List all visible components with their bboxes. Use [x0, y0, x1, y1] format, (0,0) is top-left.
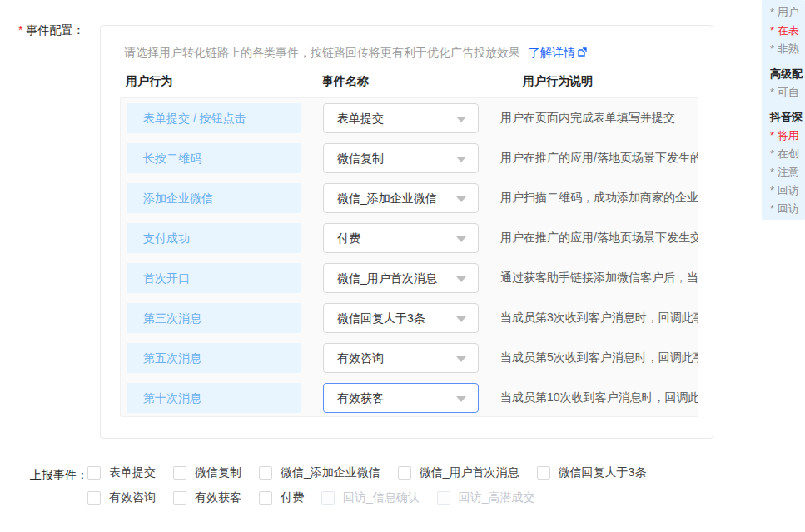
event-table: 表单提交 / 按钮点击 表单提交 用户在页面内完成表单填写并提交 长按二维码 微… — [120, 97, 698, 417]
checkbox-item-wechat-add-wecom[interactable]: 微信_添加企业微信 — [259, 465, 380, 480]
event-select-row3[interactable]: 微信_添加企业微信 — [323, 183, 479, 213]
checkbox-item-wechat-copy[interactable]: 微信复制 — [173, 465, 241, 480]
required-asterisk: * — [18, 23, 22, 37]
checkbox-item-wechat-reply-gt3[interactable]: 微信回复大于3条 — [537, 465, 647, 480]
table-header-row: 用户行为 事件名称 用户行为说明 — [126, 74, 692, 89]
checkbox-item-revisit-high-potential: 回访_高潜成交 — [437, 490, 535, 505]
checkbox-icon[interactable] — [537, 466, 550, 480]
checkbox-icon[interactable] — [259, 466, 272, 480]
event-select-row5[interactable]: 微信_用户首次消息 — [323, 263, 479, 293]
intro-line: 请选择用户转化链路上的各类事件，按链路回传将更有利于优化广告投放效果 了解详情 — [124, 46, 588, 61]
behavior-desc: 用户在页面内完成表单填写并提交 — [500, 111, 698, 126]
chevron-down-icon — [456, 356, 466, 362]
behavior-link-tenth-message[interactable]: 第十次消息 — [127, 383, 301, 413]
chevron-down-icon — [456, 316, 466, 322]
checkbox-icon[interactable] — [173, 466, 186, 480]
table-row: 添加企业微信 微信_添加企业微信 用户扫描二维码，成功添加商家的企业微信 — [127, 183, 698, 213]
checkbox-icon[interactable] — [87, 491, 101, 505]
checkbox-item-wechat-first-message[interactable]: 微信_用户首次消息 — [398, 465, 519, 480]
chevron-down-icon — [456, 117, 466, 122]
intro-text: 请选择用户转化链路上的各类事件，按链路回传将更有利于优化广告投放效果 — [124, 46, 520, 59]
header-event-name: 事件名称 — [322, 74, 478, 89]
external-link-icon — [577, 47, 588, 60]
table-row: 支付成功 付费 用户在推广的应用/落地页场景下发生交... — [127, 223, 698, 253]
report-events-label: 上报事件： — [30, 468, 88, 483]
tip-line: * 用户 — [770, 3, 805, 22]
report-events-checkbox-group: 表单提交 微信复制 微信_添加企业微信 微信_用户首次消息 微信回复大于3条 有… — [87, 464, 646, 514]
behavior-link-form-submit[interactable]: 表单提交 / 按钮点击 — [127, 103, 301, 133]
behavior-desc: 当成员第5次收到客户消息时，回调此事... — [500, 351, 698, 365]
checkbox-icon — [321, 491, 335, 505]
table-row: 第十次消息 有效获客 当成员第10次收到客户消息时，回调此事... — [127, 383, 698, 413]
event-config-field-label: *事件配置： — [18, 23, 84, 38]
checkbox-item-form-submit[interactable]: 表单提交 — [87, 465, 156, 480]
tip-line: * 在创 — [770, 145, 805, 163]
tip-line: * 将用 — [770, 127, 805, 145]
table-row: 第三次消息 微信回复大于3条 当成员第3次收到客户消息时，回调此事... — [127, 303, 698, 333]
behavior-link-fifth-message[interactable]: 第五次消息 — [127, 343, 301, 373]
tip-line: * 回访 — [770, 181, 805, 200]
learn-more-link[interactable]: 了解详情 — [529, 46, 588, 59]
checkbox-row-1: 表单提交 微信复制 微信_添加企业微信 微信_用户首次消息 微信回复大于3条 — [87, 464, 646, 482]
behavior-desc: 用户在推广的应用/落地页场景下发生交... — [500, 231, 698, 246]
tip-line: * 非熟 — [770, 40, 805, 58]
checkbox-icon[interactable] — [173, 491, 186, 505]
chevron-down-icon — [456, 276, 466, 282]
event-select-row6[interactable]: 微信回复大于3条 — [323, 303, 479, 333]
event-config-label-text: 事件配置： — [26, 23, 84, 37]
chevron-down-icon — [456, 396, 466, 402]
checkbox-icon[interactable] — [398, 466, 411, 480]
chevron-down-icon — [456, 236, 466, 242]
behavior-desc: 通过获客助手链接添加微信客户后，当微... — [500, 271, 698, 286]
event-select-row8[interactable]: 有效获客 — [323, 383, 479, 413]
checkbox-item-valid-consult[interactable]: 有效咨询 — [87, 490, 156, 505]
event-select-row4[interactable]: 付费 — [323, 223, 479, 253]
tip-section-title: 抖音深 — [770, 108, 805, 127]
header-user-behavior: 用户行为 — [126, 74, 301, 89]
tip-line: * 在表 — [770, 22, 805, 40]
tip-line: * 可自 — [770, 83, 805, 102]
tip-line: * 回访 — [770, 200, 805, 218]
behavior-link-add-wecom[interactable]: 添加企业微信 — [127, 183, 301, 213]
behavior-link-pay-success[interactable]: 支付成功 — [127, 223, 301, 253]
behavior-link-long-press-qr[interactable]: 长按二维码 — [127, 143, 301, 173]
chevron-down-icon — [456, 196, 466, 202]
event-select-row2[interactable]: 微信复制 — [323, 143, 479, 173]
behavior-desc: 用户在推广的应用/落地页场景下发生的... — [500, 151, 698, 166]
tips-side-panel: * 用户 * 在表 * 非熟 高级配 * 可自 抖音深 * 将用 * 在创 * … — [762, 0, 805, 220]
behavior-link-third-message[interactable]: 第三次消息 — [127, 303, 301, 333]
behavior-link-first-message[interactable]: 首次开口 — [127, 263, 301, 293]
checkbox-item-revisit-info-confirm: 回访_信息确认 — [321, 490, 420, 505]
chevron-down-icon — [456, 157, 466, 162]
checkbox-item-valid-acquisition[interactable]: 有效获客 — [173, 490, 241, 505]
checkbox-icon[interactable] — [259, 491, 272, 505]
behavior-desc: 当成员第3次收到客户消息时，回调此事... — [500, 311, 698, 326]
table-row: 首次开口 微信_用户首次消息 通过获客助手链接添加微信客户后，当微... — [127, 263, 698, 293]
behavior-desc: 用户扫描二维码，成功添加商家的企业微信 — [500, 191, 698, 206]
event-select-row7[interactable]: 有效咨询 — [323, 343, 479, 373]
table-row: 第五次消息 有效咨询 当成员第5次收到客户消息时，回调此事... — [127, 343, 698, 373]
tip-section-title: 高级配 — [770, 65, 805, 83]
checkbox-icon — [437, 491, 450, 505]
checkbox-row-2: 有效咨询 有效获客 付费 回访_信息确认 回访_高潜成交 — [87, 489, 646, 507]
checkbox-item-pay[interactable]: 付费 — [259, 490, 304, 505]
checkbox-icon[interactable] — [87, 466, 101, 480]
behavior-desc: 当成员第10次收到客户消息时，回调此事... — [500, 390, 698, 405]
table-row: 长按二维码 微信复制 用户在推广的应用/落地页场景下发生的... — [127, 143, 698, 173]
tip-line: * 注意 — [770, 163, 805, 181]
event-config-card: 请选择用户转化链路上的各类事件，按链路回传将更有利于优化广告投放效果 了解详情 … — [100, 25, 713, 439]
header-behavior-desc: 用户行为说明 — [499, 74, 692, 89]
event-select-row1[interactable]: 表单提交 — [323, 103, 479, 133]
table-row: 表单提交 / 按钮点击 表单提交 用户在页面内完成表单填写并提交 — [127, 103, 698, 133]
